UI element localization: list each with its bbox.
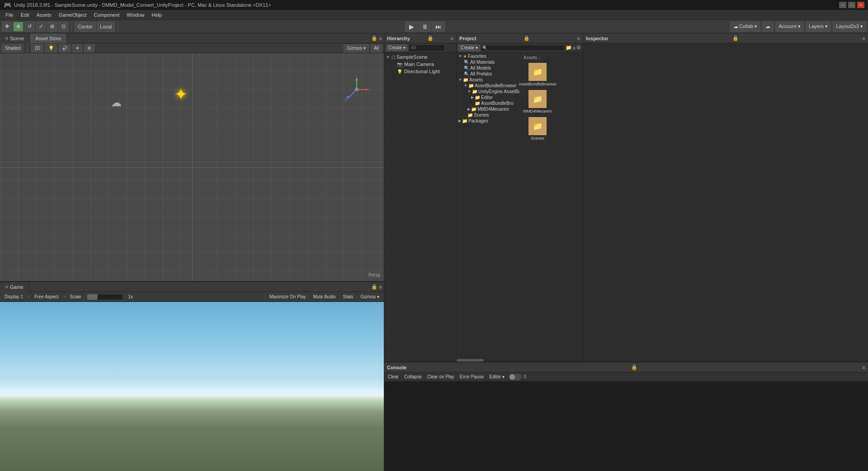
project-asset-assetbundlebrowser[interactable]: 📁 AssetBundleBrowser bbox=[522, 61, 553, 88]
tool-rect[interactable]: ⊞ bbox=[47, 22, 57, 32]
display-btn[interactable]: Display 1 bbox=[2, 293, 26, 301]
scale-slider[interactable] bbox=[87, 294, 123, 300]
game-lock-btn[interactable]: 🔒 bbox=[371, 284, 377, 290]
project-menu-btn[interactable]: ≡ bbox=[577, 36, 580, 41]
console-menu-btn[interactable]: ≡ bbox=[863, 365, 865, 370]
project-folder-view-btn[interactable]: 📁 bbox=[566, 45, 572, 51]
project-assetbundlebro[interactable]: 📁 AssetBundleBro bbox=[457, 100, 519, 106]
cloud-button[interactable]: ☁ bbox=[762, 22, 774, 32]
hierarchy-panel: Hierarchy 🔒 ≡ Create ▾ ▼ ⬡ SampleScene bbox=[384, 33, 457, 362]
project-assetbundlebrowser[interactable]: ▼ 📁 AssetBundleBrowser bbox=[457, 83, 519, 89]
gizmo-widget[interactable]: X Y Z bbox=[343, 76, 370, 103]
project-assets-header[interactable]: ▼ 📁 Assets bbox=[457, 77, 519, 83]
stats-btn[interactable]: Stats bbox=[340, 293, 356, 301]
menu-window[interactable]: Window bbox=[123, 11, 148, 19]
project-search[interactable]: 🔍 bbox=[481, 45, 565, 51]
hierarchy-menu-btn[interactable]: ≡ bbox=[451, 36, 453, 41]
toolbar-sep-2 bbox=[118, 22, 118, 32]
minimize-button[interactable]: ─ bbox=[839, 2, 846, 8]
pause-button[interactable]: ⏸ bbox=[419, 22, 431, 32]
hierarchy-create-btn[interactable]: Create ▾ bbox=[386, 44, 408, 52]
tool-scale[interactable]: ⤢ bbox=[36, 22, 46, 32]
hierarchy-scene-root[interactable]: ▼ ⬡ SampleScene bbox=[384, 53, 456, 61]
console-collapse-btn[interactable]: Collapse bbox=[402, 373, 424, 381]
scene-all-btn[interactable]: All bbox=[371, 44, 382, 52]
step-button[interactable]: ⏭ bbox=[432, 22, 445, 32]
game-viewport[interactable] bbox=[0, 302, 384, 471]
shading-mode-btn[interactable]: Shaded bbox=[2, 44, 24, 52]
tool-rotate[interactable]: ↺ bbox=[24, 22, 35, 32]
menu-edit[interactable]: Edit bbox=[17, 11, 33, 19]
tool-transform[interactable]: ⊡ bbox=[58, 22, 69, 32]
project-list-view-btn[interactable]: ≡ bbox=[573, 45, 576, 51]
scene-audio-btn[interactable]: 🔊 bbox=[59, 44, 71, 52]
project-all-prefabs[interactable]: 🔍 All Prefabs bbox=[457, 71, 519, 77]
gizmos-btn[interactable]: Gizmos ▾ bbox=[344, 44, 369, 52]
asset-folder-icon-mmd4mecanim: 📁 bbox=[528, 90, 547, 108]
project-editor[interactable]: ▶ 📁 Editor bbox=[457, 94, 519, 100]
tab-asset-store[interactable]: Asset Store bbox=[30, 33, 67, 43]
project-all-models[interactable]: 🔍 All Models bbox=[457, 65, 519, 71]
scene-menu-btn[interactable]: ≡ bbox=[379, 36, 382, 41]
game-menu-btn[interactable]: ≡ bbox=[379, 284, 382, 290]
2d-toggle-btn[interactable]: 2D bbox=[31, 44, 43, 52]
scene-lock-btn[interactable]: 🔒 bbox=[371, 35, 377, 41]
close-button[interactable]: ✕ bbox=[857, 2, 864, 8]
tool-hand[interactable]: ✥ bbox=[2, 22, 12, 32]
tab-scene[interactable]: Scene bbox=[0, 33, 30, 43]
mute-audio-btn[interactable]: Mute Audio bbox=[310, 293, 338, 301]
collab-button[interactable]: ☁ Collab ▾ bbox=[730, 22, 760, 32]
layers-button[interactable]: Layers ▾ bbox=[806, 22, 831, 32]
search-materials-icon: 🔍 bbox=[464, 60, 469, 65]
inspector-lock-btn[interactable]: 🔒 bbox=[732, 35, 739, 41]
menu-component[interactable]: Component bbox=[90, 11, 123, 19]
maximize-on-play-btn[interactable]: Maximize On Play bbox=[267, 293, 309, 301]
project-title: Project bbox=[459, 36, 476, 41]
project-unityengine[interactable]: ▼ 📁 UnityEngine.AssetBur bbox=[457, 89, 519, 94]
scene-viewport[interactable]: ✦ ☁ bbox=[0, 53, 384, 281]
hierarchy-search[interactable] bbox=[409, 44, 445, 52]
project-asset-scenes[interactable]: 📁 Scenes bbox=[522, 115, 553, 142]
console-toggle[interactable] bbox=[509, 374, 522, 380]
project-mmd4mecanim[interactable]: ▶ 📁 MMD4Mecanim bbox=[457, 106, 519, 112]
aspect-btn[interactable]: Free Aspect bbox=[32, 293, 61, 301]
menu-assets[interactable]: Assets bbox=[33, 11, 55, 19]
project-lock-btn[interactable]: 🔒 bbox=[524, 35, 530, 41]
project-create-btn[interactable]: Create ▾ bbox=[458, 44, 480, 52]
menu-gameobject[interactable]: GameObject bbox=[55, 11, 90, 19]
menu-file[interactable]: File bbox=[2, 11, 17, 19]
play-button[interactable]: ▶ bbox=[405, 22, 418, 32]
scene-light-btn[interactable]: 💡 bbox=[45, 44, 57, 52]
console-clear-btn[interactable]: Clear bbox=[386, 373, 401, 381]
scene-nav-btn[interactable]: ⚙ bbox=[84, 44, 94, 52]
menu-help[interactable]: Help bbox=[148, 11, 165, 19]
console-lock-btn[interactable]: 🔒 bbox=[631, 364, 637, 370]
hierarchy-lock-btn[interactable]: 🔒 bbox=[427, 35, 434, 41]
pivot-local-button[interactable]: Local bbox=[97, 22, 115, 32]
scene-effects-btn[interactable]: ✦ bbox=[72, 44, 82, 52]
game-gizmos-btn[interactable]: Gizmos ▾ bbox=[358, 293, 382, 301]
project-scenes[interactable]: 📁 Scenes bbox=[457, 112, 519, 118]
console-content[interactable] bbox=[384, 382, 868, 471]
pivot-center-button[interactable]: Center bbox=[75, 22, 96, 32]
console-editor-btn[interactable]: Editor ▾ bbox=[487, 373, 506, 381]
project-favorites-header[interactable]: ▼ ★ Favorites bbox=[457, 53, 519, 59]
layout-button[interactable]: Layout2x3 ▾ bbox=[833, 22, 866, 32]
scene-panel: Scene Asset Store 🔒 ≡ Shaded 2D 💡 🔊 ✦ ⚙ bbox=[0, 33, 384, 281]
project-scrollbar[interactable] bbox=[457, 359, 583, 362]
hierarchy-item-directional-light[interactable]: 💡 Directional Light bbox=[384, 68, 456, 75]
project-asset-mmd4mecanim[interactable]: 📁 MMD4Mecanim bbox=[522, 88, 553, 115]
account-button[interactable]: Account ▾ bbox=[775, 22, 804, 32]
project-settings-btn[interactable]: ⚙ bbox=[576, 45, 581, 51]
console-error-pause-btn[interactable]: Error Pause bbox=[458, 373, 486, 381]
project-packages-header[interactable]: ▶ 📁 Packages bbox=[457, 118, 519, 124]
maximize-button[interactable]: □ bbox=[848, 2, 855, 8]
console-clear-on-play-btn[interactable]: Clear on Play bbox=[425, 373, 456, 381]
tool-move[interactable]: ⊕ bbox=[13, 22, 24, 32]
inspector-panel: Inspector 🔒 ≡ bbox=[583, 33, 868, 362]
tab-game[interactable]: Game bbox=[0, 282, 29, 292]
project-all-materials[interactable]: 🔍 All Materials bbox=[457, 59, 519, 65]
inspector-menu-btn[interactable]: ≡ bbox=[863, 36, 865, 41]
packages-folder-icon: 📁 bbox=[462, 118, 467, 123]
hierarchy-item-main-camera[interactable]: 📷 Main Camera bbox=[384, 61, 456, 68]
